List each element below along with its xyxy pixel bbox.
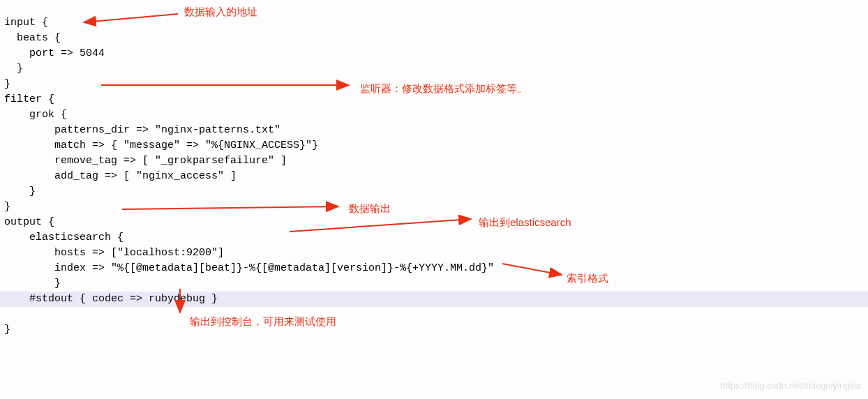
watermark: https://blog.csdn.net/xiaoguiyingxia xyxy=(720,378,861,393)
annotation-index: 索引格式 xyxy=(567,271,608,286)
annotation-es: 输出到elasticsearch xyxy=(479,215,571,230)
annotation-stdout: 输出到控制台，可用来测试使用 xyxy=(190,314,336,329)
annotation-filter: 监听器：修改数据格式添加标签等。 xyxy=(360,81,527,96)
annotation-output: 数据输出 xyxy=(349,201,391,216)
code-block: input { beats { port => 5044 } } filter … xyxy=(0,0,868,353)
annotation-input: 数据输入的地址 xyxy=(184,4,257,20)
